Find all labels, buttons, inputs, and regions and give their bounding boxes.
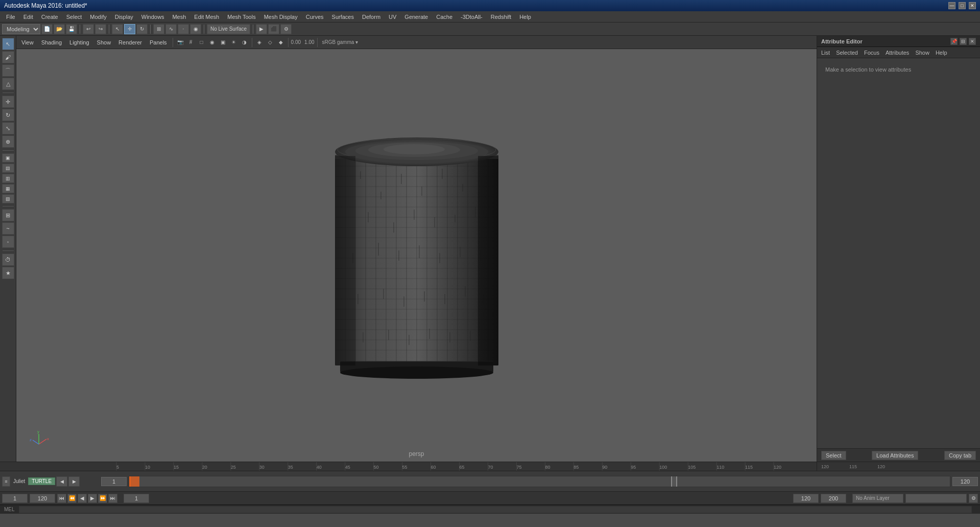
maximize-button[interactable]: □ (959, 2, 966, 9)
no-char-set-display[interactable] (905, 494, 967, 503)
layout-tool3[interactable]: ▥ (2, 174, 14, 183)
scale-tool[interactable]: ⤡ (2, 122, 14, 134)
sculpt-tool[interactable]: △ (2, 78, 14, 90)
vp-shadow-btn[interactable]: ◑ (240, 38, 249, 47)
history-btn[interactable]: ⏱ (2, 254, 14, 266)
render-settings-btn[interactable]: ⚙ (280, 24, 292, 34)
menu-create[interactable]: Create (37, 13, 62, 21)
next-key-btn[interactable]: ▶ (68, 476, 80, 487)
lasso-tool[interactable]: ⌒ (2, 64, 14, 77)
attr-tab-selected[interactable]: Selected (836, 49, 858, 57)
step-back-btn[interactable]: ⏪ (67, 494, 77, 503)
end-frame-input[interactable] (952, 477, 978, 486)
vp-select-mask1[interactable]: ◈ (255, 38, 264, 47)
menu-generate[interactable]: Generate (400, 13, 432, 21)
vp-lighting-menu[interactable]: Lighting (66, 38, 92, 47)
command-line[interactable] (19, 506, 972, 513)
vp-panels-menu[interactable]: Panels (147, 38, 170, 47)
no-anim-layer-display[interactable]: No Anim Layer (852, 494, 903, 503)
snap-point-btn[interactable]: · (178, 24, 189, 34)
menu-mesh[interactable]: Mesh (168, 13, 190, 21)
play-forward-btn[interactable]: ▶ (88, 494, 97, 503)
menu-uv[interactable]: UV (385, 13, 400, 21)
vp-view-menu[interactable]: View (18, 38, 37, 47)
move-tool[interactable]: ✛ (2, 96, 14, 108)
timeline-bar[interactable] (129, 476, 950, 487)
title-bar-controls[interactable]: — □ ✕ (948, 2, 976, 9)
select-tool[interactable]: ↖ (2, 38, 14, 50)
menu-redshift[interactable]: Redshift (487, 13, 515, 21)
turtle-tab[interactable]: TURTLE (28, 477, 55, 485)
paint-select-tool[interactable]: 🖌 (2, 51, 14, 63)
menu-surfaces[interactable]: Surfaces (328, 13, 358, 21)
vp-select-mask2[interactable]: ◇ (266, 38, 275, 47)
timeline-menu-btn[interactable]: ≡ (2, 476, 10, 487)
juliet-tab[interactable]: Juliet (11, 478, 27, 485)
undo-button[interactable]: ↩ (83, 24, 94, 34)
new-file-button[interactable]: 📄 (41, 24, 53, 34)
menu-windows[interactable]: Windows (137, 13, 169, 21)
snap-view-btn[interactable]: ◉ (190, 24, 201, 34)
no-live-surface-btn[interactable]: No Live Surface (207, 24, 250, 34)
prev-key-btn[interactable]: ◀ (56, 476, 67, 487)
attr-select-button[interactable]: Select (821, 451, 846, 460)
layout-tool4[interactable]: ▦ (2, 184, 14, 193)
vp-texture-btn[interactable]: ▣ (219, 38, 228, 47)
step-forward-btn[interactable]: ⏩ (98, 494, 107, 503)
start-frame-input[interactable] (101, 477, 127, 486)
attr-load-button[interactable]: Load Attributes (872, 451, 918, 460)
bookmarks-btn[interactable]: ★ (2, 267, 14, 279)
menu-help[interactable]: Help (515, 13, 535, 21)
save-file-button[interactable]: 💾 (66, 24, 77, 34)
attr-tab-list[interactable]: List (821, 49, 830, 57)
vp-smooth-btn[interactable]: ◉ (208, 38, 217, 47)
menu-3dtoall[interactable]: -3DtoAll- (457, 13, 487, 21)
vp-wireframe-btn[interactable]: □ (197, 38, 206, 47)
snap-curve-btn[interactable]: ∿ (165, 24, 177, 34)
snap-pt[interactable]: ◦ (2, 236, 14, 248)
snap-grid-btn[interactable]: ⊞ (153, 24, 164, 34)
menu-mesh-display[interactable]: Mesh Display (260, 13, 302, 21)
snap-curve[interactable]: ~ (2, 222, 14, 235)
render-btn[interactable]: ▶ (256, 24, 267, 34)
current-frame-input[interactable] (124, 494, 149, 503)
go-to-end-btn[interactable]: ⏭ (108, 494, 117, 503)
menu-deform[interactable]: Deform (358, 13, 385, 21)
close-button[interactable]: ✕ (969, 2, 976, 9)
attr-tab-attributes[interactable]: Attributes (886, 49, 909, 57)
redo-button[interactable]: ↪ (95, 24, 106, 34)
universal-tool[interactable]: ⊕ (2, 135, 14, 148)
char-set-options-btn[interactable]: ⚙ (969, 494, 978, 503)
menu-select[interactable]: Select (62, 13, 86, 21)
menu-edit-mesh[interactable]: Edit Mesh (190, 13, 223, 21)
menu-mesh-tools[interactable]: Mesh Tools (223, 13, 259, 21)
anim-range-start-input[interactable] (2, 494, 28, 503)
attr-pin-button[interactable]: 📌 (950, 38, 958, 45)
vp-gamma-dropdown[interactable]: sRGB gamma ▾ (320, 38, 361, 47)
menu-modify[interactable]: Modify (86, 13, 110, 21)
menu-curves[interactable]: Curves (302, 13, 328, 21)
move-tool-btn[interactable]: ✛ (124, 24, 135, 34)
attr-dock-button[interactable]: ⊟ (960, 38, 967, 45)
go-to-start-btn[interactable]: ⏮ (57, 494, 66, 503)
rotate-tool[interactable]: ↻ (2, 109, 14, 121)
workspace-dropdown[interactable]: Modeling (2, 24, 40, 34)
attr-copy-button[interactable]: Copy tab (944, 451, 976, 460)
vp-shading-menu[interactable]: Shading (38, 38, 65, 47)
attr-close-button[interactable]: ✕ (969, 38, 976, 45)
vp-camera-btn[interactable]: 📷 (176, 38, 185, 47)
menu-edit[interactable]: Edit (19, 13, 37, 21)
layout-tool1[interactable]: ▣ (2, 153, 14, 163)
select-tool-btn[interactable]: ↖ (112, 24, 123, 34)
vp-grid-btn[interactable]: # (186, 38, 196, 47)
anim-range-end-input[interactable] (30, 494, 55, 503)
render-region-btn[interactable]: ⬛ (268, 24, 279, 34)
rotate-tool-btn[interactable]: ↻ (136, 24, 148, 34)
layout-tool2[interactable]: ▤ (2, 164, 14, 173)
open-file-button[interactable]: 📂 (54, 24, 65, 34)
vp-show-menu[interactable]: Show (94, 38, 114, 47)
vp-light-btn[interactable]: ☀ (229, 38, 238, 47)
anim-max-input[interactable] (821, 494, 846, 503)
minimize-button[interactable]: — (948, 2, 955, 9)
anim-end-input[interactable] (793, 494, 819, 503)
